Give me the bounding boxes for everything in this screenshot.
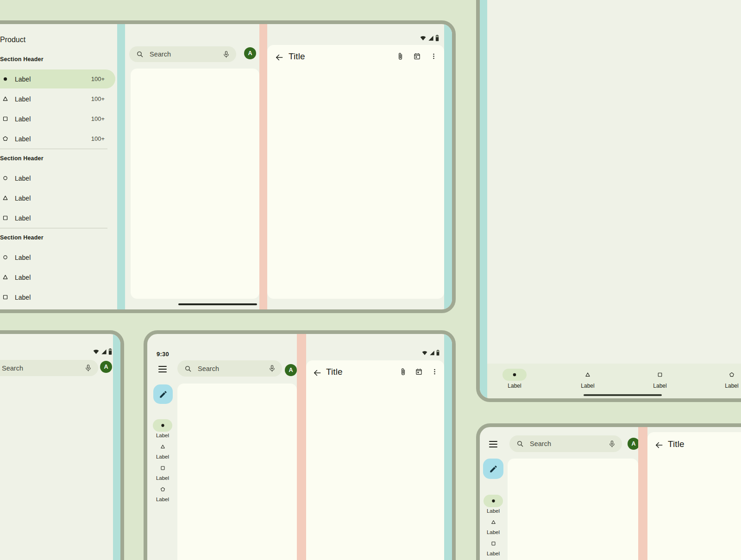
- avatar[interactable]: A: [244, 47, 256, 59]
- top-right-device-frame: Label Label Label Label: [476, 0, 741, 402]
- attachment-icon[interactable]: [396, 52, 404, 60]
- gesture-handle[interactable]: [178, 303, 257, 305]
- menu-icon[interactable]: [158, 366, 167, 372]
- avatar[interactable]: A: [100, 361, 112, 373]
- more-vert-icon[interactable]: [431, 368, 439, 376]
- compose-fab[interactable]: [153, 384, 173, 404]
- teal-pane-spacer: [113, 334, 120, 560]
- drawer-item-label: Label: [15, 214, 31, 222]
- drawer-item-label: Label: [15, 175, 31, 182]
- rail-item[interactable]: Label: [150, 440, 176, 462]
- drawer-item-badge: 100+: [91, 115, 105, 122]
- bottom-right-device-frame: Search A Label Label Label Label: [476, 423, 741, 560]
- drawer-section-header: Section Header: [0, 233, 117, 242]
- drawer-item-label: Label: [15, 135, 31, 143]
- status-bar-icons: [420, 35, 439, 41]
- drawer-item[interactable]: Label: [0, 287, 117, 307]
- drawer-item[interactable]: Label: [0, 168, 117, 188]
- gesture-handle[interactable]: [584, 394, 662, 396]
- search-input[interactable]: Search: [509, 435, 622, 452]
- drawer-item-badge: 100+: [91, 76, 105, 82]
- rail-item[interactable]: Label: [480, 516, 506, 537]
- calendar-icon[interactable]: [413, 52, 421, 60]
- wifi-icon: [421, 350, 428, 356]
- square-icon: [484, 537, 503, 550]
- pentagon-icon: [153, 483, 172, 496]
- more-vert-icon[interactable]: [430, 52, 438, 60]
- square-icon: [1, 115, 9, 123]
- attachment-icon[interactable]: [399, 368, 407, 376]
- back-arrow-icon[interactable]: [313, 368, 322, 378]
- rail-item-label: Label: [480, 551, 506, 556]
- square-icon: [1, 294, 9, 301]
- back-arrow-icon[interactable]: [654, 440, 664, 450]
- rail-item-label: Label: [480, 529, 506, 535]
- drawer-item-label: Label: [15, 115, 31, 123]
- mic-icon[interactable]: [222, 50, 230, 58]
- nav-item-selected[interactable]: Label: [494, 369, 535, 389]
- calendar-icon[interactable]: [415, 368, 423, 376]
- drawer-item[interactable]: Label: [0, 208, 117, 228]
- rail-item-selected[interactable]: Label: [150, 419, 176, 440]
- drawer-item[interactable]: Label: [0, 267, 117, 287]
- drawer-section-header: Section Header: [0, 154, 117, 163]
- rail-item-label: Label: [480, 508, 506, 514]
- rail-item[interactable]: Label: [150, 483, 176, 504]
- rail-item-selected[interactable]: Label: [480, 495, 506, 516]
- drawer-item-label: Label: [15, 95, 31, 103]
- circle-filled-icon: [484, 495, 503, 507]
- search-input[interactable]: Search: [0, 360, 98, 376]
- teal-pane-spacer: [117, 24, 125, 309]
- detail-pane-card: Title: [306, 360, 444, 560]
- bottom-left-device-frame: Search A: [0, 330, 124, 560]
- drawer-item[interactable]: Label: [0, 247, 117, 267]
- triangle-icon: [1, 195, 9, 202]
- avatar[interactable]: A: [285, 364, 297, 376]
- drawer-item-badge: 100+: [91, 135, 105, 142]
- mic-icon[interactable]: [608, 440, 616, 448]
- teal-pane-spacer: [444, 334, 452, 560]
- circle-filled-icon: [1, 76, 9, 83]
- rail-item-label: Label: [150, 497, 176, 502]
- nav-item[interactable]: Label: [711, 369, 741, 389]
- status-bar-time: 9:30: [157, 351, 169, 358]
- circle-filled-icon: [502, 369, 527, 381]
- rail-item[interactable]: Label: [480, 537, 506, 559]
- nav-item[interactable]: Label: [639, 369, 681, 389]
- menu-icon[interactable]: [489, 441, 497, 447]
- search-icon: [136, 50, 144, 58]
- nav-item-label: Label: [639, 383, 681, 389]
- navigation-rail: Label Label Label Label: [480, 495, 506, 560]
- pencil-icon: [159, 390, 168, 399]
- navigation-rail: Label Label Label Label: [150, 419, 176, 504]
- mic-icon[interactable]: [268, 365, 276, 372]
- search-input[interactable]: Search: [129, 46, 236, 62]
- bottom-center-device-frame: 9:30 Search A Label Label Label: [144, 330, 456, 560]
- search-input[interactable]: Search: [177, 360, 282, 377]
- rail-item-label: Label: [150, 454, 176, 459]
- triangle-icon: [484, 516, 503, 529]
- pentagon-icon: [720, 369, 741, 381]
- compose-fab[interactable]: [483, 459, 503, 479]
- triangle-icon: [1, 95, 9, 103]
- search-icon: [184, 365, 192, 372]
- search-placeholder: Search: [530, 440, 551, 447]
- signal-icon: [428, 35, 434, 41]
- mic-icon[interactable]: [84, 364, 92, 372]
- search-placeholder: Search: [150, 50, 171, 58]
- drawer-item-label: Label: [15, 274, 31, 281]
- drawer-divider: [0, 149, 107, 149]
- signal-icon: [429, 350, 435, 356]
- square-icon: [1, 214, 9, 222]
- rail-item[interactable]: Label: [150, 462, 176, 483]
- detail-title: Title: [668, 439, 684, 449]
- drawer-item-selected[interactable]: Label 100+: [0, 69, 117, 89]
- drawer-item[interactable]: Label 100+: [0, 129, 117, 149]
- drawer-item[interactable]: Label 100+: [0, 89, 117, 109]
- drawer-item[interactable]: Label: [0, 188, 117, 208]
- battery-icon: [436, 350, 440, 356]
- nav-item[interactable]: Label: [567, 369, 609, 389]
- drawer-item-label: Label: [15, 254, 31, 261]
- drawer-item[interactable]: Label 100+: [0, 109, 117, 129]
- back-arrow-icon[interactable]: [275, 53, 284, 62]
